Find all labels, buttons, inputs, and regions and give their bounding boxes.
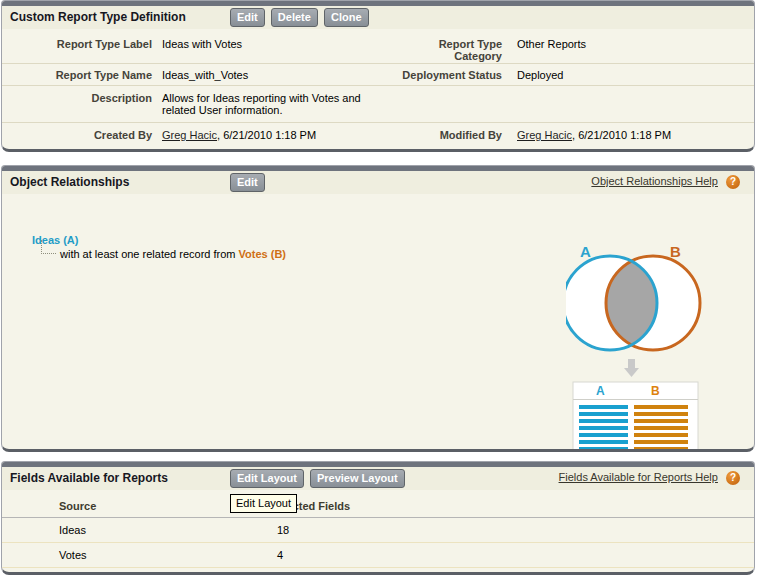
detail-row: Description Allows for Ideas reporting w…: [2, 85, 754, 122]
relation-text: with at least one related record from: [60, 248, 239, 260]
field-label: Report Type Label: [2, 38, 152, 50]
venn-diagram: A B A B: [566, 229, 746, 452]
table-header-b: B: [651, 384, 660, 398]
fields-title: Fields Available for Reports: [10, 471, 168, 485]
definition-body: Report Type Label Ideas with Votes Repor…: [2, 29, 754, 148]
fields-table-header: Source Selected Fields: [2, 490, 754, 518]
field-label: Report Type Name: [2, 69, 152, 81]
created-by-date: , 6/21/2010 1:18 PM: [217, 129, 316, 141]
venn-svg: A B A B: [566, 229, 746, 452]
modified-by-date: , 6/21/2010 1:18 PM: [572, 129, 671, 141]
panel-object-relationships: Object Relationships Edit Object Relatio…: [1, 165, 755, 452]
definition-header: Custom Report Type Definition Edit Delet…: [2, 6, 754, 29]
fields-header: Fields Available for Reports Edit Layout…: [2, 467, 754, 490]
result-table-graphic: A B: [573, 382, 698, 452]
delete-button[interactable]: Delete: [271, 8, 318, 27]
clone-button[interactable]: Clone: [324, 8, 369, 27]
relation-row: with at least one related record from Vo…: [60, 248, 286, 260]
field-label: Description: [2, 92, 152, 104]
edit-relationships-button[interactable]: Edit: [230, 173, 265, 192]
column-header-source: Source: [59, 500, 96, 512]
fields-help: Fields Available for Reports Help ?: [559, 471, 740, 485]
field-label: Modified By: [362, 129, 502, 141]
field-value: Greg Hacic, 6/21/2010 1:18 PM: [162, 129, 387, 141]
source-cell: Ideas: [59, 524, 86, 536]
panel-report-type-definition: Custom Report Type Definition Edit Delet…: [1, 0, 755, 152]
fields-help-link[interactable]: Fields Available for Reports Help: [559, 471, 718, 483]
venn-label-a: A: [580, 243, 591, 260]
table-row: Votes 4: [2, 543, 754, 568]
modified-by-user-link[interactable]: Greg Hacic: [517, 129, 572, 141]
table-header-a: A: [596, 384, 605, 398]
field-value: Ideas with Votes: [162, 38, 387, 50]
created-by-user-link[interactable]: Greg Hacic: [162, 129, 217, 141]
detail-row: Created By Greg Hacic, 6/21/2010 1:18 PM…: [2, 122, 754, 148]
help-icon[interactable]: ?: [726, 471, 740, 485]
field-value: Deployed: [517, 69, 747, 81]
tree-connector: [41, 240, 56, 254]
edit-button[interactable]: Edit: [230, 8, 265, 27]
help-icon[interactable]: ?: [726, 175, 740, 189]
panel-fields-available: Fields Available for Reports Edit Layout…: [1, 461, 755, 575]
detail-row: Report Type Label Ideas with Votes Repor…: [2, 29, 754, 63]
field-value: Greg Hacic, 6/21/2010 1:18 PM: [517, 129, 747, 141]
definition-button-row: Edit Delete Clone: [230, 8, 372, 27]
relationships-header: Object Relationships Edit Object Relatio…: [2, 171, 754, 194]
related-object-label: Votes (B): [239, 248, 286, 260]
field-label: Deployment Status: [362, 69, 502, 81]
preview-layout-button[interactable]: Preview Layout: [310, 469, 405, 488]
detail-row: Report Type Name Ideas_with_Votes Deploy…: [2, 63, 754, 85]
fields-table: Source Selected Fields Ideas 18 Votes 4: [2, 490, 754, 568]
relationships-help-link[interactable]: Object Relationships Help: [591, 175, 718, 187]
relationships-button-row: Edit: [230, 173, 268, 192]
field-value: Other Reports: [517, 38, 747, 50]
definition-title: Custom Report Type Definition: [10, 10, 186, 24]
relationships-help: Object Relationships Help ?: [591, 175, 740, 189]
table-row: Ideas 18: [2, 518, 754, 543]
relationships-title: Object Relationships: [10, 175, 129, 189]
field-value: Ideas_with_Votes: [162, 69, 387, 81]
venn-label-b: B: [670, 243, 681, 260]
count-cell: 4: [277, 549, 283, 561]
count-cell: 18: [277, 524, 289, 536]
edit-layout-tooltip: Edit Layout: [230, 494, 297, 513]
field-label: Report Type Category: [402, 38, 502, 62]
source-cell: Votes: [59, 549, 87, 561]
fields-button-row: Edit Layout Preview Layout: [230, 469, 408, 488]
field-value: Allows for Ideas reporting with Votes an…: [162, 92, 382, 116]
field-label: Created By: [2, 129, 152, 141]
edit-layout-button[interactable]: Edit Layout: [230, 469, 304, 488]
relationships-body: Ideas (A) with at least one related reco…: [2, 194, 754, 452]
down-arrow-icon: [624, 359, 639, 377]
